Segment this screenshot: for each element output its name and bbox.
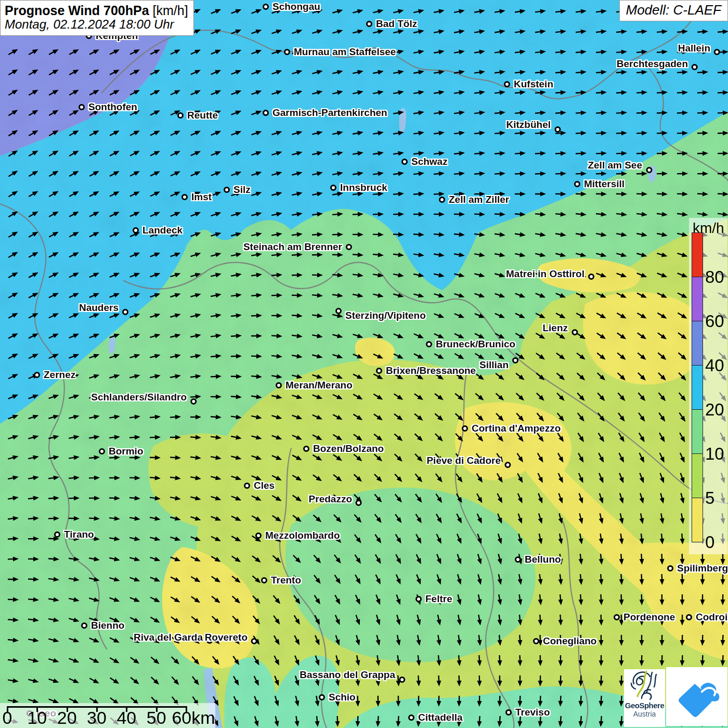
city-label: Riva del Garda (130, 632, 206, 643)
city-marker: Cortina d'Ampezzo (462, 423, 564, 434)
scale-bar-label: 30 (87, 708, 107, 728)
city-label: Bad Tölz (372, 18, 421, 30)
city-label: Berchtesgaden (613, 58, 692, 70)
city-label: Reutte (184, 110, 222, 121)
scale-bar-label: 40 (116, 708, 136, 728)
legend-ticks: 806040201050 (689, 218, 727, 554)
city-label: Predazzo (305, 493, 356, 505)
city-marker: Landeck (133, 225, 186, 236)
city-label: Brixen/Bressanone (382, 365, 479, 376)
city-dot (505, 709, 512, 716)
city-label: Bozen/Bolzano (309, 443, 387, 454)
city-dot (401, 159, 408, 165)
city-marker: Murnau am Staffelsee (284, 46, 399, 58)
city-marker: Riva del Garda (130, 635, 213, 646)
city-dot (571, 329, 578, 335)
city-dot (376, 368, 382, 374)
city-label: Lienz (539, 322, 571, 334)
city-dot (81, 622, 87, 629)
city-label: Trento (267, 575, 305, 586)
city-marker: Sonthofen (79, 101, 141, 113)
city-label: Rovereto (201, 632, 251, 643)
city-marker: Codroipo (686, 612, 728, 623)
city-label: Conegliano (539, 635, 600, 647)
city-dot (504, 462, 511, 468)
city-dot (686, 614, 692, 620)
map-title-unit: [km/h] (149, 3, 188, 18)
city-label: Garmisch-Partenkirchen (269, 107, 391, 119)
legend-tick-label: 40 (705, 356, 724, 375)
city-dot (439, 197, 445, 203)
city-marker: Schongau (263, 1, 324, 12)
model-label: Modell: C-LAEF (619, 0, 728, 21)
city-dot (335, 308, 342, 314)
city-dot (133, 227, 139, 233)
city-marker: Trento (261, 575, 305, 586)
city-label: Tirano (60, 529, 98, 540)
city-marker: Treviso (505, 707, 554, 718)
city-dot (251, 638, 257, 644)
geosphere-name: GeoSphere (625, 701, 665, 710)
city-marker: Bienno (81, 620, 128, 631)
city-marker: Pordenone (614, 612, 679, 623)
city-marker: Zell am Ziller (439, 194, 513, 205)
city-dot (646, 167, 652, 173)
city-label: Hallein (674, 43, 714, 54)
scale-bar-label: 20 (57, 708, 77, 728)
city-marker: Feltre (415, 593, 456, 605)
city-label: Matrei in Osttirol (502, 268, 588, 280)
city-marker: Rovereto (201, 635, 257, 647)
city-marker: Bozen/Bolzano (303, 443, 387, 454)
city-label: Pordenone (620, 612, 679, 623)
city-marker: Lienz (539, 327, 578, 338)
city-label: Pieve di Cadore (423, 455, 504, 466)
city-dot (303, 446, 309, 452)
city-marker: Predazzo (305, 497, 362, 509)
city-marker: Kufstein (504, 79, 557, 90)
city-marker: Brixen/Bressanone (376, 365, 479, 376)
city-marker: Mittersill (574, 178, 628, 190)
city-label: Murnau am Staffelsee (290, 46, 399, 58)
city-label: Spilimbergo (673, 563, 728, 574)
scale-bar-label: 0 (3, 708, 12, 728)
city-label: Codroipo (692, 612, 728, 623)
city-marker: Conegliano (533, 635, 600, 647)
city-dot (99, 448, 105, 454)
city-marker: Berchtesgaden (613, 61, 698, 73)
city-dot (346, 244, 352, 250)
city-marker: Bad Tölz (366, 18, 421, 30)
city-label: Treviso (512, 707, 554, 718)
city-dot (190, 398, 197, 405)
scale-bar: 0102030405060km (0, 703, 215, 728)
city-label: Innsbruck (336, 182, 391, 193)
city-marker: Bruneck/Brunico (426, 339, 519, 350)
city-marker: Bassano del Grappa (296, 674, 405, 685)
city-dot (181, 194, 188, 200)
city-dot (177, 112, 184, 119)
city-marker: Spilimbergo (667, 563, 728, 574)
city-marker: Hallein (674, 46, 720, 58)
city-label: Kitzbühel (503, 119, 555, 131)
city-label: Mittersill (580, 178, 628, 190)
city-dot (122, 309, 128, 315)
city-label: Bassano del Grappa (296, 669, 399, 681)
city-dot (415, 596, 422, 602)
city-dot (34, 372, 40, 378)
city-label: Bienno (87, 620, 128, 631)
city-dot (399, 677, 405, 683)
city-dot (276, 382, 282, 388)
city-label: Silz (230, 184, 254, 196)
city-marker: Innsbruck (330, 182, 391, 193)
partner-logo (666, 667, 727, 726)
geosphere-logo: GeoSphere Austria (624, 669, 665, 727)
city-dot (330, 185, 336, 191)
city-dot (504, 81, 510, 87)
city-dot (366, 21, 372, 27)
city-label: Sillian (476, 359, 512, 371)
scale-bar-label: 50 (147, 708, 166, 728)
wind-forecast-map: SchongauBad TölzKemptenMurnau am Staffel… (0, 0, 728, 728)
city-dot (614, 614, 620, 620)
city-dot (515, 556, 521, 563)
city-label: Schio (325, 692, 359, 703)
city-marker: Tirano (54, 529, 98, 540)
